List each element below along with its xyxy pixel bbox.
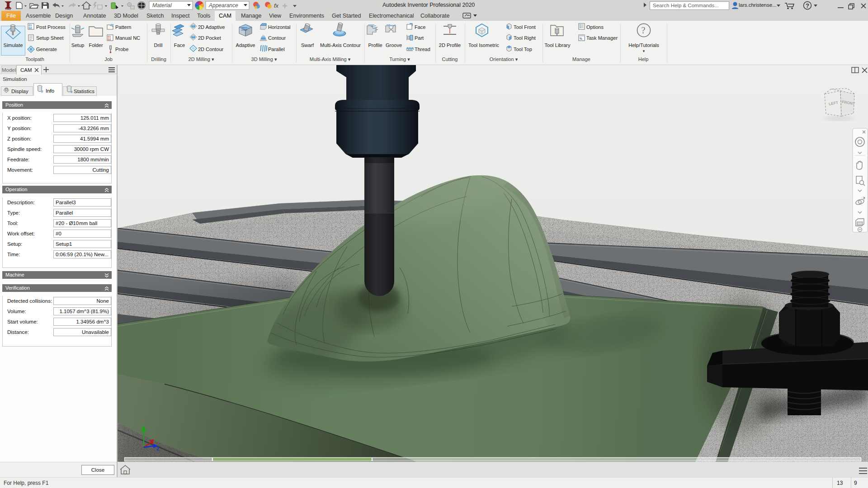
- svg-text:G2: G2: [108, 38, 111, 41]
- svg-text:fx: fx: [274, 2, 279, 9]
- svg-text:Z: Z: [156, 446, 160, 451]
- svg-text:G2: G2: [29, 27, 32, 29]
- svg-text:#: #: [41, 89, 43, 94]
- svg-text:Material: Material: [152, 2, 172, 9]
- svg-text:%: %: [580, 37, 582, 40]
- svg-text:?: ?: [642, 25, 646, 35]
- svg-text:Y: Y: [141, 425, 145, 431]
- svg-text:Appearance: Appearance: [208, 2, 238, 9]
- svg-text:?: ?: [806, 2, 809, 9]
- svg-text:#: #: [71, 90, 73, 94]
- svg-text:PRO: PRO: [5, 8, 11, 10]
